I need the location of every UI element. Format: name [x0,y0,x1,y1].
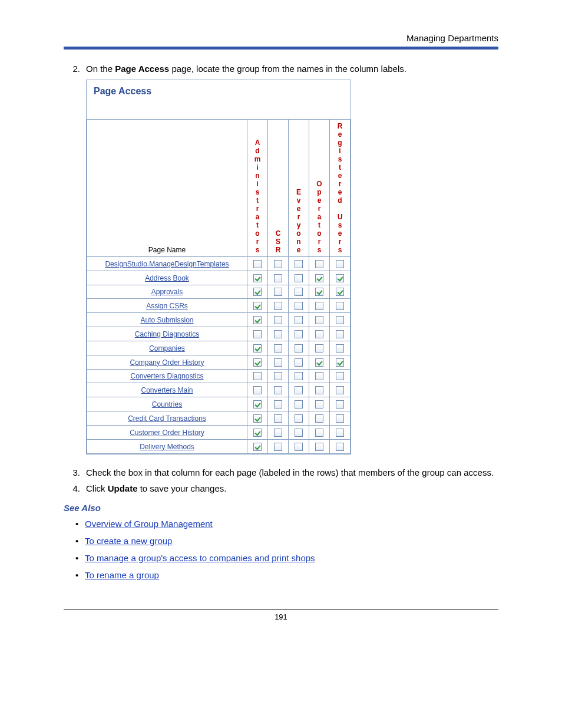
access-checkbox[interactable] [336,274,344,282]
access-checkbox[interactable] [315,302,323,310]
access-checkbox[interactable] [336,400,344,409]
access-checkbox[interactable] [315,429,323,437]
access-checkbox[interactable] [274,288,282,296]
page-link[interactable]: Credit Card Transactions [128,414,206,423]
page-link[interactable]: Customer Order History [130,429,204,437]
checkbox-cell [247,355,268,369]
access-checkbox[interactable] [253,429,262,437]
page-link[interactable]: Auto Submission [140,316,193,324]
access-checkbox[interactable] [315,274,323,282]
access-checkbox[interactable] [336,372,344,380]
access-checkbox[interactable] [336,288,344,296]
access-checkbox[interactable] [336,316,344,324]
access-checkbox[interactable] [253,302,262,310]
access-checkbox[interactable] [274,429,282,437]
access-checkbox[interactable] [315,386,323,394]
access-checkbox[interactable] [253,288,262,296]
access-checkbox[interactable] [295,400,303,409]
checkbox-cell [247,383,268,397]
access-checkbox[interactable] [274,260,282,268]
access-checkbox[interactable] [315,260,323,268]
page-link[interactable]: Assign CSRs [146,302,188,310]
access-checkbox[interactable] [295,316,303,324]
column-header: A d m i n i s t r a t o r s [247,120,268,257]
access-checkbox[interactable] [274,274,282,282]
access-checkbox[interactable] [253,358,262,367]
see-also-link[interactable]: To manage a group's access to companies … [85,553,315,563]
checkbox-cell [247,327,268,341]
access-checkbox[interactable] [295,330,303,338]
access-checkbox[interactable] [253,443,262,451]
access-checkbox[interactable] [315,288,323,296]
checkbox-cell [289,271,309,285]
page-link[interactable]: Companies [149,344,185,353]
access-checkbox[interactable] [336,302,344,310]
access-checkbox[interactable] [336,260,344,268]
access-checkbox[interactable] [253,372,262,380]
access-checkbox[interactable] [336,386,344,394]
access-checkbox[interactable] [274,302,282,310]
access-checkbox[interactable] [253,386,262,394]
access-checkbox[interactable] [295,386,303,394]
access-checkbox[interactable] [336,429,344,437]
access-checkbox[interactable] [336,414,344,423]
access-checkbox[interactable] [336,330,344,338]
page-link[interactable]: Address Book [145,274,189,282]
page-link[interactable]: Converters Diagnostics [130,372,203,380]
access-checkbox[interactable] [253,330,262,338]
page-name-cell: Companies [87,341,247,355]
column-header: O p e r a t o r s [309,120,330,257]
access-checkbox[interactable] [315,358,323,367]
access-checkbox[interactable] [315,330,323,338]
access-checkbox[interactable] [253,400,262,409]
access-checkbox[interactable] [253,316,262,324]
access-checkbox[interactable] [295,414,303,423]
page-name-cell: Approvals [87,285,247,299]
access-checkbox[interactable] [295,288,303,296]
access-checkbox[interactable] [315,372,323,380]
access-checkbox[interactable] [336,443,344,451]
access-checkbox[interactable] [274,344,282,353]
step-4-pre: Click [86,483,108,493]
see-also-link[interactable]: To rename a group [85,570,159,580]
access-checkbox[interactable] [295,344,303,353]
access-checkbox[interactable] [253,260,262,268]
access-checkbox[interactable] [336,358,344,367]
access-checkbox[interactable] [315,316,323,324]
access-checkbox[interactable] [315,443,323,451]
access-checkbox[interactable] [274,330,282,338]
page-link[interactable]: Caching Diagnostics [135,330,199,338]
page-link[interactable]: DesignStudio.ManageDesignTemplates [105,260,229,268]
checkbox-cell [330,383,351,397]
access-checkbox[interactable] [295,443,303,451]
see-also-link[interactable]: Overview of Group Management [85,519,213,529]
access-checkbox[interactable] [274,386,282,394]
access-checkbox[interactable] [295,260,303,268]
access-checkbox[interactable] [274,443,282,451]
page-link[interactable]: Converters Main [141,386,193,394]
access-checkbox[interactable] [253,274,262,282]
access-checkbox[interactable] [274,372,282,380]
access-checkbox[interactable] [295,429,303,437]
access-checkbox[interactable] [315,400,323,409]
access-checkbox[interactable] [295,274,303,282]
see-also-link[interactable]: To create a new group [85,536,172,546]
page-link[interactable]: Company Order History [130,358,204,367]
access-checkbox[interactable] [336,344,344,353]
page-link[interactable]: Delivery Methods [140,443,194,451]
access-checkbox[interactable] [253,414,262,423]
access-checkbox[interactable] [274,316,282,324]
access-checkbox[interactable] [315,344,323,353]
page-link[interactable]: Approvals [151,288,183,296]
column-header: R e g i s t e r e d U s e r s [330,120,351,257]
access-checkbox[interactable] [274,358,282,367]
access-checkbox[interactable] [274,414,282,423]
access-checkbox[interactable] [295,302,303,310]
access-checkbox[interactable] [253,344,262,353]
access-checkbox[interactable] [315,414,323,423]
access-checkbox[interactable] [295,372,303,380]
checkbox-cell [309,355,330,369]
access-checkbox[interactable] [295,358,303,367]
page-link[interactable]: Countries [152,400,182,409]
access-checkbox[interactable] [274,400,282,409]
